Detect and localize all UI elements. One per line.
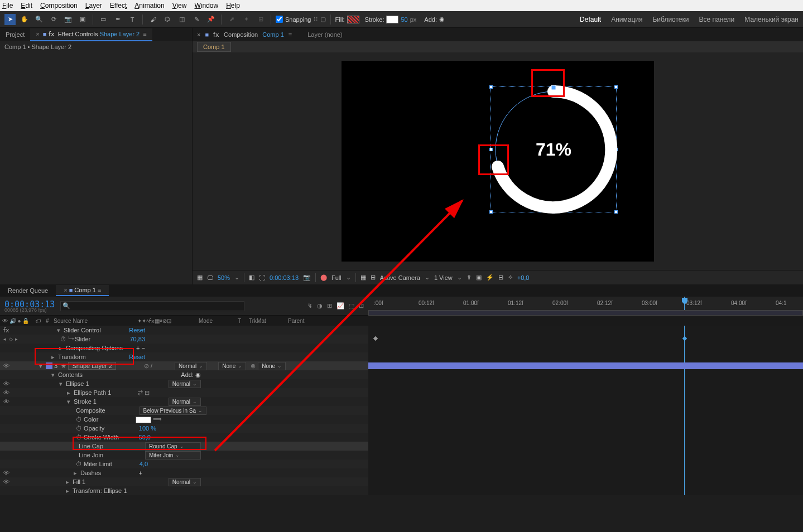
ellipse-path[interactable]: Ellipse Path 1: [74, 389, 111, 396]
parent-dd[interactable]: None: [258, 362, 286, 370]
slider-value[interactable]: 70,83: [129, 336, 145, 342]
adjust-icon[interactable]: ✧: [508, 274, 513, 281]
viewport[interactable]: 71%: [193, 52, 803, 270]
blend-mode-dd[interactable]: Normal: [175, 362, 207, 370]
trkmat-dd[interactable]: None: [218, 362, 246, 370]
timeline-comp-tab[interactable]: × ■ Comp 1 ≡: [56, 285, 109, 296]
project-tab[interactable]: Project: [0, 29, 30, 40]
pen-tool[interactable]: ✒: [112, 14, 123, 25]
fill-group[interactable]: Fill 1: [73, 478, 85, 485]
stamp-tool[interactable]: ⌬: [162, 14, 173, 25]
menu-layer[interactable]: Layer: [85, 2, 102, 9]
channel-icon[interactable]: ⬤: [320, 274, 327, 281]
rect-tool[interactable]: ▭: [98, 14, 109, 25]
render-queue-tab[interactable]: Render Queue: [0, 286, 56, 296]
opacity-value[interactable]: 100 %: [139, 425, 156, 432]
color-swatch[interactable]: [136, 417, 151, 423]
dashes-add-icon[interactable]: +: [139, 470, 142, 476]
menu-help[interactable]: Help: [226, 2, 240, 9]
snapping-toggle[interactable]: Snapping ⁝⁝ ▢: [276, 16, 326, 23]
eraser-tool[interactable]: ◫: [176, 14, 187, 25]
stroke-group[interactable]: Stroke 1: [74, 398, 97, 405]
workspace-all[interactable]: Все панели: [699, 16, 735, 23]
workspace-small[interactable]: Маленький экран: [744, 16, 799, 23]
color-prop[interactable]: Color: [84, 416, 98, 423]
composite-prop[interactable]: Composite: [76, 407, 105, 414]
text-tool[interactable]: T: [127, 14, 138, 25]
composite-value[interactable]: Below Previous in Sa: [140, 407, 207, 415]
exposure-value[interactable]: +0,0: [517, 274, 530, 281]
time-ruler[interactable]: :00f 00:12f 01:00f 01:12f 02:00f 02:12f …: [368, 297, 803, 316]
keyframe-nav[interactable]: ◂ ◇ ▸: [3, 336, 18, 342]
col-parent[interactable]: Parent: [286, 318, 325, 324]
snapping-checkbox[interactable]: [276, 16, 283, 23]
grid-icon[interactable]: ▦: [197, 274, 203, 281]
comp-name[interactable]: Comp 1: [262, 31, 284, 38]
menu-window[interactable]: Window: [194, 2, 218, 9]
menu-file[interactable]: FFileile: [2, 2, 13, 9]
footer-time[interactable]: 0:00:03:13: [270, 274, 299, 281]
monitor-icon[interactable]: 🖵: [207, 274, 213, 281]
share-icon[interactable]: ⇪: [467, 274, 472, 281]
res-half-icon[interactable]: ◧: [249, 274, 254, 281]
menu-edit[interactable]: Edit: [21, 2, 32, 9]
camera-value[interactable]: Active Camera: [380, 274, 420, 281]
graph-icon[interactable]: 📈: [336, 302, 344, 309]
timeline-search[interactable]: [60, 301, 244, 311]
zoom-value[interactable]: 50%: [218, 274, 230, 281]
work-area-bar[interactable]: [368, 310, 803, 316]
path-opts-icon[interactable]: ⇄ ⊟: [138, 389, 150, 396]
canvas[interactable]: 71%: [342, 61, 654, 262]
slider-prop[interactable]: Slider: [75, 336, 90, 342]
col-mode[interactable]: Mode: [196, 318, 235, 324]
workspace-anim[interactable]: Анимация: [611, 16, 642, 23]
col-source[interactable]: Source Name: [51, 318, 135, 324]
reset-link[interactable]: Reset: [129, 327, 145, 333]
snapshot-icon[interactable]: 📷: [303, 274, 311, 281]
effect-controls-tab[interactable]: × ■ 𝖿𝗑 Effect Controls Shape Layer 2 ≡: [30, 28, 152, 41]
breadcrumb-comp[interactable]: Comp 1: [197, 42, 231, 52]
region-icon[interactable]: ⛶: [259, 274, 265, 281]
frame-blend-icon[interactable]: ◑: [317, 302, 323, 309]
layer-bar[interactable]: [368, 362, 803, 369]
menu-effect[interactable]: Effect: [110, 2, 127, 9]
switches-icon[interactable]: ⊡: [359, 302, 364, 309]
hand-tool[interactable]: ✋: [19, 14, 30, 25]
zoom-tool[interactable]: 🔍: [33, 14, 45, 25]
timeline-tracks[interactable]: [368, 326, 803, 495]
timeline-icon[interactable]: ⊟: [498, 274, 503, 281]
shy-icon[interactable]: ↯: [307, 302, 312, 309]
view-axis-icon[interactable]: ⊞: [255, 14, 266, 25]
local-axis-icon[interactable]: ⬈: [226, 14, 237, 25]
camera-tool[interactable]: 📷: [62, 14, 74, 25]
moblur-icon[interactable]: ⊞: [327, 302, 332, 309]
line-join-value[interactable]: Miter Join: [145, 451, 201, 460]
stroke-swatch[interactable]: [386, 16, 398, 23]
add-menu-icon[interactable]: ◉: [439, 16, 445, 23]
fast-icon[interactable]: ⚡: [486, 274, 494, 281]
col-trkmat[interactable]: TrkMat: [247, 318, 286, 324]
rotate-tool[interactable]: ⟳: [48, 14, 59, 25]
guides-icon[interactable]: ⊞: [371, 274, 376, 281]
transform-ellipse[interactable]: Transform: Ellipse 1: [73, 487, 127, 494]
snapping-bounds-icon[interactable]: ▢: [320, 16, 326, 23]
menu-view[interactable]: View: [172, 2, 187, 9]
fill-swatch[interactable]: [347, 16, 359, 23]
views-value[interactable]: 1 View: [434, 274, 453, 281]
roto-tool[interactable]: ✎: [191, 14, 202, 25]
selection-tool[interactable]: ➤: [4, 14, 16, 25]
opacity-prop[interactable]: Opacity: [84, 425, 104, 432]
dashes-group[interactable]: Dashes: [80, 470, 101, 476]
brush-tool[interactable]: 🖌: [147, 14, 158, 25]
puppet-tool[interactable]: 📌: [205, 14, 217, 25]
grid-toggle-icon[interactable]: ▦: [360, 274, 366, 281]
pixel-icon[interactable]: ▣: [476, 274, 482, 281]
slider-control[interactable]: Slider Control: [64, 327, 101, 333]
miter-limit-prop[interactable]: Miter Limit: [84, 461, 112, 467]
layer-none-tab[interactable]: Layer (none): [307, 31, 342, 38]
stroke-width-value[interactable]: 50: [401, 16, 407, 23]
anchor-tool[interactable]: ▣: [77, 14, 88, 25]
miter-limit-value[interactable]: 4,0: [140, 461, 148, 467]
line-join-prop[interactable]: Line Join: [79, 452, 103, 458]
quality-value[interactable]: Full: [331, 274, 342, 281]
